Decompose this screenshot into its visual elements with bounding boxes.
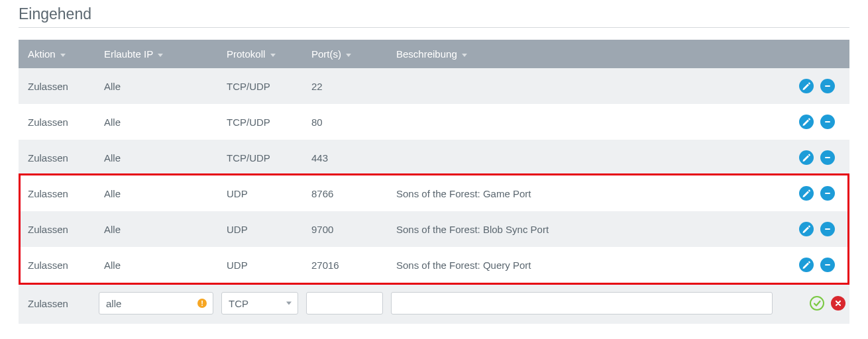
cell-aktion: Zulassen	[19, 175, 95, 211]
cell-protokoll: UDP	[217, 247, 302, 283]
cell-ip: !	[95, 283, 217, 324]
table-row: ZulassenAlleTCP/UDP80	[19, 104, 849, 140]
delete-button[interactable]	[820, 222, 835, 236]
table-header-row: Aktion Erlaubte IP Protokoll Port(s) Bes…	[19, 40, 849, 68]
cell-actions	[777, 68, 849, 104]
cell-protokoll: UDP	[217, 175, 302, 211]
table-row: ZulassenAlleTCP/UDP22	[19, 68, 849, 104]
cell-aktion: Zulassen	[19, 104, 95, 140]
confirm-button[interactable]	[810, 296, 824, 311]
edit-button[interactable]	[799, 150, 814, 165]
col-header-beschreibung[interactable]: Beschreibung	[387, 40, 777, 68]
edit-button[interactable]	[799, 186, 814, 201]
firewall-table-wrap: Aktion Erlaubte IP Protokoll Port(s) Bes…	[19, 40, 849, 324]
cell-ports: 443	[302, 140, 387, 175]
cell-actions	[777, 140, 849, 175]
cell-aktion: Zulassen	[19, 247, 95, 283]
table-row: ZulassenAlleUDP9700Sons of the Forest: B…	[19, 211, 849, 247]
cell-beschreibung	[387, 104, 777, 140]
delete-button[interactable]	[820, 258, 835, 272]
cell-beschreibung	[387, 68, 777, 104]
new-rule-row: Zulassen !	[19, 283, 849, 324]
sort-caret-icon	[60, 54, 66, 57]
cell-actions	[777, 247, 849, 283]
cell-ports	[302, 283, 387, 324]
col-header-label: Protokoll	[227, 48, 265, 60]
col-header-label: Aktion	[28, 48, 56, 60]
cell-aktion: Zulassen	[19, 68, 95, 104]
cell-ip: Alle	[95, 68, 217, 104]
cell-protokoll: UDP	[217, 211, 302, 247]
allowed-ip-input[interactable]	[99, 292, 213, 315]
col-header-label: Beschreibung	[396, 48, 457, 60]
edit-button[interactable]	[799, 222, 814, 236]
cell-actions	[777, 175, 849, 211]
col-header-aktion[interactable]: Aktion	[19, 40, 95, 68]
col-header-protokoll[interactable]: Protokoll	[217, 40, 302, 68]
cell-aktion: Zulassen	[19, 140, 95, 175]
delete-button[interactable]	[820, 79, 835, 93]
cell-beschreibung: Sons of the Forest: Blob Sync Port	[387, 211, 777, 247]
cell-protokoll	[217, 283, 302, 324]
cell-aktion: Zulassen	[19, 283, 95, 324]
cell-beschreibung: Sons of the Forest: Query Port	[387, 247, 777, 283]
ports-input[interactable]	[306, 292, 383, 315]
cell-protokoll: TCP/UDP	[217, 104, 302, 140]
cell-beschreibung	[387, 140, 777, 175]
sort-caret-icon	[270, 54, 276, 57]
col-header-ports[interactable]: Port(s)	[302, 40, 387, 68]
edit-button[interactable]	[799, 258, 814, 272]
cell-aktion: Zulassen	[19, 211, 95, 247]
sort-caret-icon	[346, 54, 351, 57]
warning-icon: !	[197, 299, 207, 308]
cell-ip: Alle	[95, 175, 217, 211]
col-header-label: Erlaubte IP	[104, 48, 153, 60]
cancel-button[interactable]	[831, 296, 845, 311]
table-row: ZulassenAlleUDP27016Sons of the Forest: …	[19, 247, 849, 283]
description-input[interactable]	[391, 292, 773, 315]
cell-actions	[777, 104, 849, 140]
col-header-ip[interactable]: Erlaubte IP	[95, 40, 217, 68]
table-row: ZulassenAlleTCP/UDP443	[19, 140, 849, 175]
delete-button[interactable]	[820, 150, 835, 165]
sort-caret-icon	[158, 54, 163, 57]
cell-ports: 80	[302, 104, 387, 140]
protocol-select[interactable]	[221, 292, 298, 315]
sort-caret-icon	[462, 54, 467, 57]
cell-ip: Alle	[95, 104, 217, 140]
cell-beschreibung: Sons of the Forest: Game Port	[387, 175, 777, 211]
cell-ports: 22	[302, 68, 387, 104]
cell-ip: Alle	[95, 211, 217, 247]
firewall-table: Aktion Erlaubte IP Protokoll Port(s) Bes…	[19, 40, 849, 324]
cell-protokoll: TCP/UDP	[217, 140, 302, 175]
cell-ports: 8766	[302, 175, 387, 211]
table-row: ZulassenAlleUDP8766Sons of the Forest: G…	[19, 175, 849, 211]
cell-ports: 9700	[302, 211, 387, 247]
cell-ports: 27016	[302, 247, 387, 283]
cell-actions	[777, 283, 849, 324]
edit-button[interactable]	[799, 115, 814, 129]
edit-button[interactable]	[799, 79, 814, 93]
delete-button[interactable]	[820, 186, 835, 201]
col-header-label: Port(s)	[311, 48, 341, 60]
delete-button[interactable]	[820, 115, 835, 129]
cell-beschreibung	[387, 283, 777, 324]
cell-ip: Alle	[95, 140, 217, 175]
col-header-actions	[777, 40, 849, 68]
cell-actions	[777, 211, 849, 247]
cell-ip: Alle	[95, 247, 217, 283]
cell-protokoll: TCP/UDP	[217, 68, 302, 104]
section-title: Eingehend	[19, 5, 849, 28]
